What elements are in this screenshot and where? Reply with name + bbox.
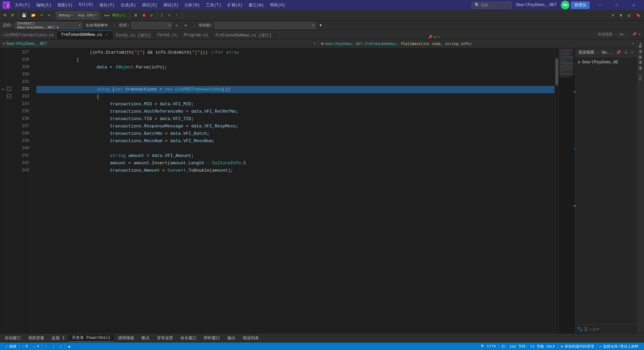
bottom-tab-locals[interactable]: 局部变量 [25,335,48,342]
menu-view[interactable]: 视图(V) [55,2,75,9]
thread-dropdown[interactable]: ▼ [131,22,172,29]
menu-window[interactable]: 窗口(W) [246,2,267,9]
bottom-tab-output[interactable]: 输出 [224,335,239,342]
panel-close-btn[interactable]: ✕ [630,50,635,55]
vertical-label-3[interactable]: 资源 [638,59,644,64]
status-errors[interactable]: ✕ 0 [19,343,31,350]
resource-pin-icon[interactable]: 📌 [632,32,636,36]
tab-resource-view[interactable]: 资源视图 - Sm... 📌 ✕ [594,30,644,38]
panel-icon-3[interactable]: ◱ [593,327,595,332]
status-warnings[interactable]: ⚠ 4 [31,343,42,350]
bottom-tab-auto[interactable]: 自动窗口 [1,335,24,342]
toolbar-extra-1[interactable]: ≡ [610,11,616,19]
step-over[interactable]: ↷ [166,11,173,19]
stop-button[interactable]: ⏹ [140,11,148,19]
status-scroll-left[interactable]: ◀ [65,343,73,350]
status-nav-down[interactable]: ↓ [50,343,57,350]
editor-area[interactable]: ✏ ─ ─ [0,48,575,333]
bottom-tab-command[interactable]: 命令窗口 [177,335,200,342]
toolbar-save[interactable]: 💾 [20,11,29,19]
vertical-label-1[interactable]: 资源 [638,48,644,54]
toolbar-extra-4[interactable]: 🔖 [634,11,643,19]
manage-button[interactable]: 管理员 [571,1,590,9]
search-box[interactable]: 🔍 搜索... [472,2,512,9]
tab-form1cs[interactable]: Form1.cs [154,31,181,39]
toolbar-redo[interactable]: ↪ [46,11,53,19]
resource-tree-root[interactable]: ▶ SmartPayDemo_NE [578,60,635,65]
status-zoom[interactable]: 🔍 177% [478,343,498,350]
tab-frmtoken-close[interactable]: ✕ [104,33,109,37]
step-into[interactable]: ⤵ [159,11,166,19]
menu-project[interactable]: 项目(P) [97,2,117,9]
vertical-label-git[interactable]: Git 更改 [638,70,644,83]
process-dropdown[interactable]: [0x5EEC] SmartPayDemo_.NET.e ▼ [15,22,82,29]
panel-icon-2[interactable]: ✏ [589,327,592,332]
minimap[interactable] [558,48,575,333]
menu-git[interactable]: Git(G) [76,2,96,9]
status-nav-up[interactable]: ↑ [42,343,50,350]
code-area[interactable]: (info.StartsWith("[") && info.EndsWith("… [32,48,554,333]
collapse-233-btn[interactable]: ─ [7,93,12,100]
gutter-232-bookmark[interactable]: ✏ [0,85,7,93]
toolbar-extra-3[interactable]: ◱ [626,11,633,19]
bottom-tab-watch[interactable]: 监视 1 [48,335,68,342]
resource-tree[interactable]: ▶ SmartPayDemo_NE [576,57,637,67]
resource-close-icon[interactable]: ✕ [638,32,640,36]
tree-expand-icon[interactable]: ▶ [578,60,581,65]
panel-pin-btn[interactable]: 📌 [615,50,622,55]
tab-settings-icon[interactable]: ⚙ [434,35,436,39]
status-ready[interactable]: ✓ 就绪 [3,343,19,350]
bottom-tab-breakpoints[interactable]: 断点 [138,335,153,342]
menu-debug[interactable]: 调试(D) [139,2,160,9]
restart-button[interactable]: ↺ [149,11,155,19]
user-avatar[interactable]: SW [561,1,570,9]
panel-settings-btn[interactable]: ⚙ [624,50,629,55]
panel-icon-4[interactable]: ✕ [597,327,599,332]
menu-file[interactable]: 文件(F) [12,2,33,9]
menu-help[interactable]: 帮助(H) [267,2,288,9]
add-member-button[interactable]: + [637,40,644,48]
maximize-button[interactable]: □ [609,0,625,10]
lifecycle-events-btn[interactable]: 生命周期事件 [84,21,110,30]
scroll-thumb[interactable] [555,58,558,85]
close-button[interactable]: ✕ [626,0,641,10]
status-select-repo[interactable]: ⟵ 选择仓库/责任人材料 [597,343,641,350]
toolbar-fwd[interactable]: ⟳ [9,11,16,19]
bottom-tab-callstack[interactable]: 调用堆栈 [115,335,138,342]
menu-extensions[interactable]: 扩展(X) [225,2,246,9]
cpu-dropdown[interactable]: Any CPU ▼ [76,11,99,19]
menu-build[interactable]: 生成(B) [118,2,139,9]
tab-clspos[interactable]: clsPOSTransactions.cs [0,31,58,39]
menu-test[interactable]: 测试(S) [161,2,181,9]
step-out[interactable]: ↑ [174,11,180,19]
tab-program[interactable]: Program.cs [180,31,212,39]
bottom-tab-errors[interactable]: 错误列表 [239,335,262,342]
pause-button[interactable]: ⏸ [132,11,140,19]
tab-frmdesign[interactable]: frmTokenDHANew.cs [设计] [212,31,275,39]
vertical-label-2[interactable]: 方案 [638,54,644,59]
stack-dropdown[interactable]: ▼ [215,22,316,29]
tab-frmtoken[interactable]: frmTokenDHANew.cs ✕ [58,31,112,39]
class-dropdown[interactable]: ♦ SmartPayDemo_.NET ▼ [0,40,318,48]
editor-scrollbar[interactable] [554,48,558,333]
tab-pin-icon[interactable]: 📌 [428,35,433,39]
bottom-tab-immediate[interactable]: 即时窗口 [201,335,223,342]
thread-arrow-2[interactable]: ⇌ [182,21,189,30]
menu-analyze[interactable]: 分析(N) [182,2,203,9]
toolbar-back[interactable]: ⟲ [1,11,8,19]
status-checklist[interactable]: ✓ [57,343,65,350]
vertical-label-4[interactable]: 方案 [638,64,644,70]
stack-arrow[interactable]: ▼ [318,21,324,30]
tab-close-all-icon[interactable]: ✕ [438,35,440,39]
collapse-232-btn[interactable]: ─ [7,85,12,93]
method-dropdown[interactable]: ⊕ SmartPayDemo_.NET.frmTokenDHANew . fCa… [318,40,637,48]
status-add-source[interactable]: ⊕ 添加到源代码管理 [558,343,597,350]
toolbar-open[interactable]: 📂 [29,11,38,19]
menu-edit[interactable]: 编辑(E) [34,2,54,9]
tab-form1design[interactable]: Form1.cs [设计] [113,31,154,39]
minimize-button[interactable]: ─ [592,0,608,10]
panel-icon-1[interactable]: 五 [584,326,588,332]
status-line-col[interactable]: 行: 232 字符: 72 空格 CRLF [499,343,558,350]
bottom-tab-powershell[interactable]: 开发者 PowerShell [68,335,114,342]
thread-arrow-1[interactable]: ▷ [174,21,180,30]
